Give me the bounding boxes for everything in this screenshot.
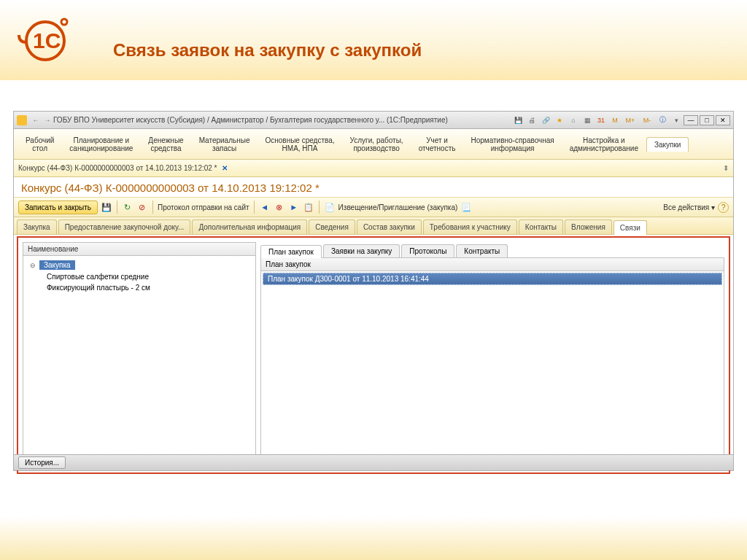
list: План закупок Д300-0001 от 11.10.2013 16:…: [261, 271, 724, 287]
doc-icon[interactable]: 📄: [324, 201, 336, 213]
stop-icon[interactable]: ⊗: [274, 201, 285, 213]
help-icon[interactable]: ?: [718, 202, 729, 213]
document-tab-bar: Конкурс (44-ФЗ) К-0000000000003 от 14.10…: [14, 160, 733, 177]
tab-links[interactable]: Связи: [614, 220, 647, 235]
collapse-icon[interactable]: ⊖: [29, 262, 36, 269]
section-bar: Рабочий стол Планирование и санкциониров…: [14, 129, 733, 160]
section-money[interactable]: Денежные средства: [141, 133, 191, 155]
tree-root-row[interactable]: ⊖ Закупка: [26, 259, 252, 271]
tab-requirements[interactable]: Требования к участнику: [423, 219, 517, 234]
details-panel: План закупок Заявки на закупку Протоколы…: [260, 242, 724, 468]
m-plus-button[interactable]: M+: [623, 114, 638, 126]
slide-footer: [0, 516, 747, 560]
save-and-close-button[interactable]: Записать и закрыть: [18, 201, 98, 214]
subtab-contracts[interactable]: Контракты: [456, 244, 508, 257]
logo-1c: 1С: [13, 13, 77, 63]
maximize-button[interactable]: □: [700, 115, 714, 125]
tree-header: Наименование: [23, 243, 255, 256]
copy-icon[interactable]: 📋: [303, 201, 314, 213]
sub-tabs: План закупок Заявки на закупку Протоколы…: [260, 242, 724, 258]
section-accounting[interactable]: Учет и отчетность: [411, 133, 464, 155]
slide-title: Связь заявок на закупку с закупкой: [113, 40, 422, 61]
section-services[interactable]: Услуги, работы, производство: [343, 133, 411, 155]
tree-panel: Наименование ⊖ Закупка Спиртовые салфетк…: [23, 242, 256, 468]
app-window: ← → ГОБУ ВПО Университет искусств (Субси…: [13, 111, 734, 471]
svg-text:1С: 1С: [33, 28, 61, 52]
section-admin[interactable]: Настройка и администрирование: [562, 133, 646, 155]
form-tabs: Закупка Предоставление закупочной доку..…: [14, 217, 733, 235]
star-icon[interactable]: ★: [554, 114, 565, 126]
tab-composition[interactable]: Состав закупки: [357, 219, 422, 234]
tree-item[interactable]: Спиртовые салфетки средние: [26, 271, 252, 282]
dropdown-icon[interactable]: ▾: [670, 114, 682, 126]
tree-root-label: Закупка: [39, 260, 75, 270]
save-icon[interactable]: 💾: [512, 114, 524, 126]
document-title: Конкурс (44-ФЗ) К-0000000000003 от 14.10…: [14, 177, 733, 197]
section-reference[interactable]: Нормативно-справочная информация: [463, 133, 562, 155]
section-assets[interactable]: Основные средства, НМА, НПА: [258, 133, 342, 155]
all-actions-button[interactable]: Все действия ▾: [663, 203, 715, 211]
list-item[interactable]: План закупок Д300-0001 от 11.10.2013 16:…: [263, 273, 722, 285]
m-minus-button[interactable]: M-: [640, 114, 654, 126]
tab-attachments[interactable]: Вложения: [565, 219, 612, 234]
sub-content: План закупок План закупок Д300-0001 от 1…: [260, 258, 724, 468]
subtab-protocols[interactable]: Протоколы: [401, 244, 454, 257]
link-icon[interactable]: 🔗: [540, 114, 551, 126]
subtab-plan[interactable]: План закупок: [260, 245, 322, 258]
history-button[interactable]: История...: [18, 456, 66, 469]
info-icon[interactable]: ⓘ: [657, 114, 668, 126]
nav-left-icon[interactable]: ◄: [259, 201, 271, 213]
section-planning[interactable]: Планирование и санкционирование: [62, 133, 141, 155]
subtab-requests[interactable]: Заявки на закупку: [323, 244, 400, 257]
refresh-icon[interactable]: ↻: [122, 201, 133, 213]
protocol-link[interactable]: Протокол отправки на сайт: [158, 203, 249, 211]
document-tab[interactable]: Конкурс (44-ФЗ) К-0000000000003 от 14.10…: [18, 164, 228, 172]
statusbar: История...: [14, 454, 733, 470]
tab-purchase[interactable]: Закупка: [17, 219, 57, 234]
nav-back-icon[interactable]: ←: [30, 114, 42, 126]
section-purchases[interactable]: Закупки: [646, 137, 689, 152]
toolbar: Записать и закрыть 💾 ↻ ⊘ Протокол отправ…: [14, 197, 733, 217]
calc-icon[interactable]: ▦: [581, 114, 593, 126]
close-tab-icon[interactable]: ✕: [222, 164, 228, 172]
tab-additional[interactable]: Дополнительная информация: [192, 219, 307, 234]
print-icon[interactable]: 🖨: [526, 114, 538, 126]
window-titlebar: ← → ГОБУ ВПО Университет искусств (Субси…: [14, 112, 733, 129]
slide-header: 1С Связь заявок на закупку с закупкой: [0, 0, 747, 80]
tree: ⊖ Закупка Спиртовые салфетки средние Фик…: [23, 256, 255, 296]
nav-forward-icon[interactable]: →: [42, 114, 53, 126]
content-area: Наименование ⊖ Закупка Спиртовые салфетк…: [17, 236, 730, 474]
calendar-icon[interactable]: 31: [595, 114, 607, 126]
notice-link[interactable]: Извещение/Приглашение (закупка): [338, 203, 458, 211]
app-icon: [17, 115, 27, 125]
document-tab-label: Конкурс (44-ФЗ) К-0000000000003 от 14.10…: [18, 164, 217, 172]
cancel-icon[interactable]: ⊘: [136, 201, 148, 213]
save-doc-icon[interactable]: 💾: [101, 201, 112, 213]
page-icon[interactable]: 📃: [460, 201, 472, 213]
home-icon[interactable]: ⌂: [568, 114, 579, 126]
tab-docs[interactable]: Предоставление закупочной доку...: [58, 219, 191, 234]
tab-info[interactable]: Сведения: [309, 219, 355, 234]
minimize-button[interactable]: —: [684, 115, 698, 125]
tree-item[interactable]: Фиксирующий пластырь - 2 см: [26, 282, 252, 293]
section-materials[interactable]: Материальные запасы: [192, 133, 258, 155]
m-button[interactable]: M: [609, 114, 621, 126]
list-header: План закупок: [261, 258, 724, 271]
tab-contacts[interactable]: Контакты: [519, 219, 563, 234]
close-button[interactable]: ✕: [716, 115, 730, 125]
window-title: ГОБУ ВПО Университет искусств (Субсидия)…: [53, 116, 512, 124]
nav-right-icon[interactable]: ►: [288, 201, 300, 213]
scroll-indicator-icon[interactable]: ⬍: [723, 164, 729, 172]
section-desktop[interactable]: Рабочий стол: [18, 133, 62, 155]
svg-point-2: [61, 19, 67, 25]
